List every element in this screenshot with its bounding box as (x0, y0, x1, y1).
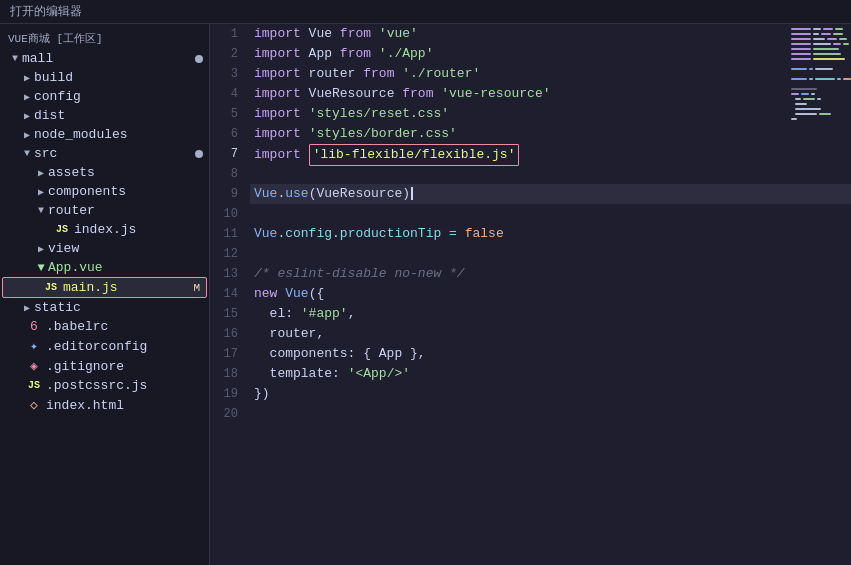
sidebar-item-assets[interactable]: ▶ assets (0, 163, 209, 182)
icon-js-main: JS (43, 282, 59, 293)
code-line-8 (250, 164, 851, 184)
svg-rect-25 (815, 68, 833, 70)
code-line-4: import VueResource from 'vue-resource' (250, 84, 851, 104)
label-config: config (34, 89, 209, 104)
svg-rect-21 (791, 58, 811, 60)
code-line-6: import 'styles/border.css' (250, 124, 851, 144)
minimap (789, 24, 851, 164)
svg-rect-26 (791, 78, 807, 80)
arrow-app-vue: ▼ (34, 261, 48, 275)
code-line-14: new Vue({ (250, 284, 851, 304)
arrow-components: ▶ (34, 186, 48, 198)
label-editorconfig: .editorconfig (46, 339, 209, 354)
sidebar-item-dist[interactable]: ▶ dist (0, 106, 209, 125)
svg-rect-5 (791, 33, 811, 35)
label-node-modules: node_modules (34, 127, 209, 142)
sidebar-item-index-html[interactable]: ◇ index.html (0, 395, 209, 415)
icon-js-postcssrc: JS (26, 380, 42, 391)
code-line-3: import router from './router' (250, 64, 851, 84)
label-components: components (48, 184, 209, 199)
svg-rect-29 (837, 78, 841, 80)
top-bar: 打开的编辑器 (0, 0, 851, 24)
line-num-20: 20 (210, 404, 238, 424)
sidebar-item-components[interactable]: ▶ components (0, 182, 209, 201)
sidebar-item-node-modules[interactable]: ▶ node_modules (0, 125, 209, 144)
code-line-13: /* eslint-disable no-new */ (250, 264, 851, 284)
line-num-19: 19 (210, 384, 238, 404)
minimap-svg (789, 24, 851, 164)
svg-rect-23 (791, 68, 807, 70)
line-num-10: 10 (210, 204, 238, 224)
label-dist: dist (34, 108, 209, 123)
svg-rect-16 (843, 43, 849, 45)
svg-rect-24 (809, 68, 813, 70)
code-line-17: components: { App }, (250, 344, 851, 364)
svg-rect-36 (803, 98, 815, 100)
svg-rect-11 (827, 38, 837, 40)
line-num-15: 15 (210, 304, 238, 324)
sidebar-item-mall[interactable]: ▼ mall (0, 49, 209, 68)
sidebar-item-editorconfig[interactable]: ✦ .editorconfig (0, 336, 209, 356)
svg-rect-17 (791, 48, 811, 50)
line-num-4: 4 (210, 84, 238, 104)
line-num-5: 5 (210, 104, 238, 124)
cursor (411, 187, 413, 200)
arrow-view: ▶ (34, 243, 48, 255)
top-bar-label: 打开的编辑器 (10, 3, 82, 20)
sidebar-item-gitignore[interactable]: ◈ .gitignore (0, 356, 209, 376)
icon-editorconfig: ✦ (26, 338, 42, 354)
label-index-html: index.html (46, 398, 209, 413)
arrow-node-modules: ▶ (20, 129, 34, 141)
code-line-12 (250, 244, 851, 264)
label-babelrc: .babelrc (46, 319, 209, 334)
line-num-14: 14 (210, 284, 238, 304)
line-num-6: 6 (210, 124, 238, 144)
label-build: build (34, 70, 209, 85)
code-line-2: import App from './App' (250, 44, 851, 64)
svg-rect-15 (833, 43, 841, 45)
sidebar-item-router-index[interactable]: JS index.js (0, 220, 209, 239)
svg-rect-39 (795, 108, 821, 110)
svg-rect-38 (795, 103, 807, 105)
arrow-router: ▼ (34, 205, 48, 216)
icon-babel: 6 (26, 319, 42, 334)
svg-rect-35 (795, 98, 801, 100)
line-num-13: 13 (210, 264, 238, 284)
line-num-16: 16 (210, 324, 238, 344)
sidebar-item-build[interactable]: ▶ build (0, 68, 209, 87)
code-line-18: template: '<App/>' (250, 364, 851, 384)
code-line-7: import 'lib-flexible/flexible.js' (250, 144, 851, 164)
code-line-11: Vue.config.productionTip = false (250, 224, 851, 244)
sidebar: VUE商城 [工作区] ▼ mall ▶ build ▶ config (0, 24, 210, 565)
sidebar-item-app-vue[interactable]: ▼ App.vue (0, 258, 209, 277)
sidebar-item-router[interactable]: ▼ router (0, 201, 209, 220)
svg-rect-34 (811, 93, 815, 95)
svg-rect-8 (833, 33, 843, 35)
workspace-label: VUE商城 [工作区] (0, 28, 209, 49)
svg-rect-42 (791, 118, 797, 120)
label-src: src (34, 146, 195, 161)
svg-rect-31 (791, 88, 817, 90)
sidebar-item-config[interactable]: ▶ config (0, 87, 209, 106)
sidebar-item-view[interactable]: ▶ view (0, 239, 209, 258)
arrow-src: ▼ (20, 148, 34, 159)
line-num-8: 8 (210, 164, 238, 184)
label-app-vue: App.vue (48, 260, 209, 275)
svg-rect-19 (791, 53, 811, 55)
code-line-1: import Vue from 'vue' (250, 24, 851, 44)
icon-html: ◇ (26, 397, 42, 413)
code-line-9: Vue.use(VueResource) (250, 184, 851, 204)
sidebar-item-main-js[interactable]: JS main.js M (2, 277, 207, 298)
icon-gitignore: ◈ (26, 358, 42, 374)
sidebar-item-postcssrc[interactable]: JS .postcssrc.js (0, 376, 209, 395)
label-static: static (34, 300, 209, 315)
svg-rect-2 (813, 28, 821, 30)
sidebar-item-src[interactable]: ▼ src (0, 144, 209, 163)
code-line-10 (250, 204, 851, 224)
svg-rect-6 (813, 33, 819, 35)
label-router-index: index.js (74, 222, 209, 237)
svg-rect-13 (791, 43, 811, 45)
dot-src (195, 150, 203, 158)
sidebar-item-babelrc[interactable]: 6 .babelrc (0, 317, 209, 336)
sidebar-item-static[interactable]: ▶ static (0, 298, 209, 317)
